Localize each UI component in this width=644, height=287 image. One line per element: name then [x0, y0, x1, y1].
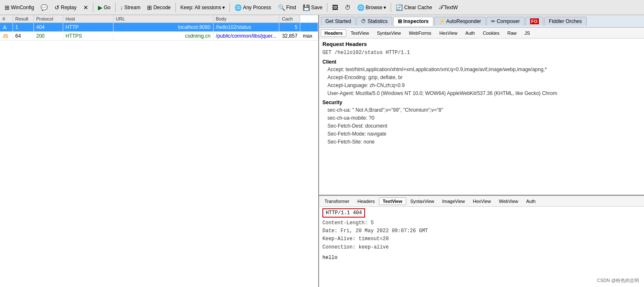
table-row[interactable]: JS64200HTTPScsdnimg.cn/public/common/lib…	[0, 32, 318, 41]
row-caching: max	[300, 32, 318, 41]
find-label: Find	[286, 5, 296, 10]
winconfig-button[interactable]: ⊞ WinConfig	[2, 3, 37, 13]
tab-fiddler-orches[interactable]: Fiddler Orches	[544, 17, 587, 26]
clear-cache-button[interactable]: 🔄 Clear Cache	[393, 3, 435, 13]
response-section: TransformerHeadersTextViewSyntaxViewImag…	[319, 195, 644, 287]
stream-icon: ↓	[120, 4, 123, 11]
request-headers-section: Request Headers GET /hello102/status HTT…	[319, 38, 644, 195]
res-tab-hexview[interactable]: HexView	[469, 197, 495, 205]
req-tab-js[interactable]: JS	[521, 29, 534, 37]
browse-dropdown-icon: ▾	[384, 5, 386, 10]
col-protocol: Protocol	[33, 15, 63, 23]
row-icon-cell: JS	[0, 32, 13, 41]
table-row[interactable]: ⚠1404HTTPlocalhost:8080/hello102/status5	[0, 23, 318, 32]
keep-button[interactable]: Keep: All sessions ▾	[178, 3, 228, 12]
req-tab-auth[interactable]: Auth	[461, 29, 479, 37]
winconfig-icon: ⊞	[5, 4, 10, 11]
req-tab-webforms[interactable]: WebForms	[405, 29, 435, 37]
decode-button[interactable]: ⊞ Decode	[144, 3, 173, 13]
row-icon-cell: ⚠	[0, 23, 13, 32]
header-line: sec-ch-ua: " Not A;Brand";v="99", "Chrom…	[327, 106, 641, 114]
save-label: Save	[311, 5, 322, 10]
header-line: Sec-Fetch-Dest: document	[327, 122, 641, 130]
header-line: Sec-Fetch-Mode: navigate	[327, 130, 641, 138]
keep-dropdown-icon: ▾	[222, 5, 225, 10]
req-tab-syntaxview[interactable]: SyntaxView	[373, 29, 404, 37]
req-tab-hexview[interactable]: HexView	[435, 29, 461, 37]
header-line: Sec-Fetch-Site: none	[327, 138, 641, 146]
session-table: # Result Protocol Host URL Body Cach ⚠14…	[0, 15, 318, 41]
clock-button[interactable]: ⏱	[342, 3, 353, 13]
req-tab-headers[interactable]: Headers	[321, 29, 346, 37]
header-line: Accept: text/html,application/xhtml+xml,…	[327, 66, 641, 73]
header-line: Accept-Language: zh-CN,zh;q=0.9	[327, 82, 641, 89]
header-group-security: Security	[322, 100, 641, 105]
sep4	[229, 3, 230, 12]
req-tab-raw[interactable]: Raw	[504, 29, 520, 37]
tab-statistics[interactable]: ⏱ Statistics	[356, 17, 392, 26]
header-line: User-Agent: Mozilla/5.0 (Windows NT 10.0…	[327, 90, 641, 97]
top-tab-bar: Get Started⏱ Statistics⊞ Inspectors⚡ Aut…	[319, 15, 644, 28]
textw-button[interactable]: 𝒯 TextW	[436, 2, 461, 13]
res-tab-webview[interactable]: WebView	[495, 197, 522, 205]
res-tab-headers[interactable]: Headers	[354, 197, 379, 205]
res-tab-syntaxview[interactable]: SyntaxView	[407, 197, 438, 205]
row-num: 64	[13, 32, 33, 41]
save-icon: 💾	[303, 4, 310, 11]
sep1	[93, 3, 93, 12]
chat-button[interactable]: 💬	[38, 3, 51, 13]
x-button[interactable]: ✕	[80, 3, 91, 13]
response-body: hello	[322, 255, 641, 261]
go-label: Go	[104, 5, 111, 10]
textw-icon: 𝒯	[439, 4, 443, 11]
tab-composer[interactable]: ✏ Composer	[487, 17, 525, 26]
right-panel: Get Started⏱ Statistics⊞ Inspectors⚡ Aut…	[319, 15, 644, 287]
res-tab-textview[interactable]: TextView	[379, 197, 406, 205]
browse-button[interactable]: 🌐 Browse ▾	[354, 3, 389, 13]
go-button[interactable]: ▶ Go	[95, 3, 113, 13]
sep3	[175, 3, 176, 12]
stream-label: Stream	[124, 5, 141, 10]
tab-inspectors[interactable]: ⊞ Inspectors	[393, 17, 433, 26]
replay-button[interactable]: ↺ Replay	[52, 3, 79, 13]
main-container: # Result Protocol Host URL Body Cach ⚠14…	[0, 15, 644, 287]
row-url: /hello102/status	[213, 23, 279, 32]
header-line: Accept-Encoding: gzip, deflate, br	[327, 74, 641, 81]
row-caching	[300, 23, 318, 32]
decode-label: Decode	[153, 5, 170, 10]
clear-cache-label: Clear Cache	[404, 5, 432, 10]
res-tab-imageview[interactable]: ImageView	[438, 197, 469, 205]
req-tab-cookies[interactable]: Cookies	[479, 29, 503, 37]
winconfig-label: WinConfig	[11, 5, 34, 10]
response-header-line: Keep-Alive: timeout=20	[322, 235, 641, 243]
screenshot-button[interactable]: 🖼	[329, 3, 341, 13]
replay-label: Replay	[61, 5, 76, 10]
req-tab-textview[interactable]: TextView	[347, 29, 373, 37]
globe-icon: 🌐	[234, 4, 242, 11]
clock-icon: ⏱	[345, 4, 350, 11]
save-button[interactable]: 💾 Save	[300, 3, 325, 13]
header-line: sec-ch-ua-mobile: ?0	[327, 114, 641, 122]
left-panel: # Result Protocol Host URL Body Cach ⚠14…	[0, 15, 319, 287]
tab-fo[interactable]: FO	[526, 17, 544, 26]
row-protocol: HTTP	[63, 23, 113, 32]
col-url: URL	[113, 15, 213, 23]
find-button[interactable]: 🔍 Find	[275, 3, 299, 13]
response-header-line: Connection: keep-alive	[322, 243, 641, 251]
row-host: csdnimg.cn	[113, 32, 213, 41]
stream-button[interactable]: ↓ Stream	[117, 3, 144, 13]
col-hash: #	[0, 15, 13, 23]
response-header-line: Content-Length: 5	[322, 219, 641, 227]
any-process-label: Any Process	[243, 5, 271, 10]
res-tab-transformer[interactable]: Transformer	[321, 197, 353, 205]
watermark: CSDN @粉色的志明	[597, 277, 639, 284]
keep-label: Keep: All sessions	[180, 5, 221, 10]
browse-label: Browse	[366, 5, 382, 10]
tab-autoresponder[interactable]: ⚡ AutoResponder	[434, 17, 486, 26]
request-tab-bar: HeadersTextViewSyntaxViewWebFormsHexView…	[319, 28, 644, 38]
any-process-button[interactable]: 🌐 Any Process	[232, 3, 274, 13]
sep6	[391, 3, 391, 12]
replay-icon: ↺	[54, 4, 59, 11]
tab-get-started[interactable]: Get Started	[321, 17, 355, 26]
res-tab-auth[interactable]: Auth	[523, 197, 540, 205]
